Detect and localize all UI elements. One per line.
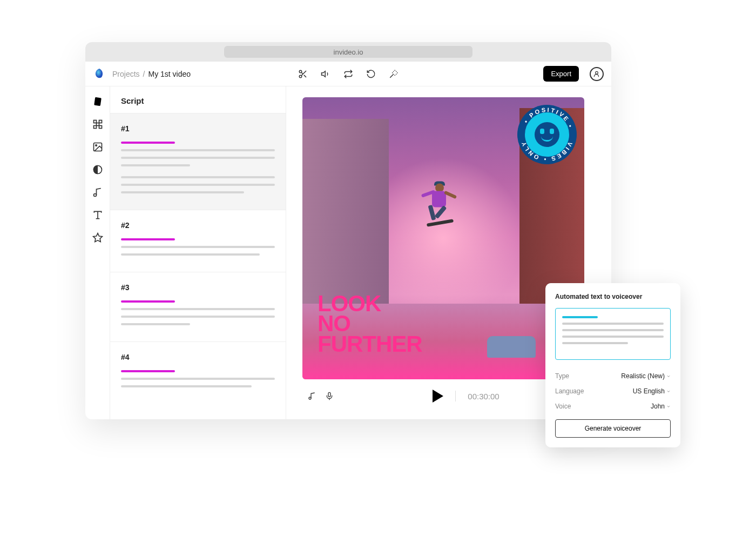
text-line <box>121 323 190 325</box>
voice-label: Voice <box>555 403 571 410</box>
svg-point-0 <box>299 70 302 73</box>
app-logo-icon <box>93 68 106 81</box>
type-label: Type <box>555 372 569 380</box>
app-window: invideo.io Projects / My 1st video Expor… <box>85 42 611 419</box>
type-select[interactable]: Realistic (New) <box>621 372 671 380</box>
side-nav <box>85 86 110 419</box>
generate-voiceover-button[interactable]: Generate voiceover <box>555 419 671 438</box>
svg-marker-19 <box>93 233 102 242</box>
script-block-number: #1 <box>121 124 275 133</box>
text-line <box>121 191 244 193</box>
script-block[interactable]: #4 <box>110 341 286 404</box>
microphone-icon[interactable] <box>325 392 334 400</box>
nav-layout-icon[interactable] <box>92 119 103 130</box>
svg-point-14 <box>95 145 97 146</box>
toolbar <box>298 69 399 79</box>
canvas-headline: LOOK NO FURTHER <box>318 293 422 354</box>
magic-wand-icon[interactable] <box>389 69 399 79</box>
text-line <box>121 378 275 380</box>
audio-track-icon[interactable] <box>308 392 316 400</box>
text-line <box>121 157 275 159</box>
breadcrumb-sep: / <box>143 70 145 78</box>
svg-rect-7 <box>94 97 102 106</box>
text-line <box>121 184 275 186</box>
svg-point-1 <box>299 75 302 78</box>
voiceover-type-row: Type Realistic (New) <box>555 368 671 384</box>
chevron-down-icon <box>666 404 671 408</box>
svg-rect-11 <box>93 126 96 129</box>
voice-select[interactable]: John <box>651 403 671 410</box>
script-block-number: #4 <box>121 353 275 361</box>
play-button[interactable] <box>433 390 443 403</box>
voiceover-voice-row: Voice John <box>555 399 671 414</box>
svg-point-16 <box>93 194 96 197</box>
breadcrumb: Projects / My 1st video <box>112 70 191 78</box>
user-icon <box>593 70 600 78</box>
divider <box>455 391 456 401</box>
badge-sticker: • POSITIVE •VIBES • ONLY <box>517 105 577 164</box>
swap-icon[interactable] <box>343 69 353 79</box>
chevron-down-icon <box>666 374 671 378</box>
text-line <box>121 176 275 178</box>
video-canvas[interactable]: • POSITIVE •VIBES • ONLY LOOK NO FURTHER <box>302 97 584 379</box>
script-block-number: #3 <box>121 283 275 292</box>
text-line <box>121 253 260 256</box>
svg-line-3 <box>304 75 306 77</box>
main-content: Script #1 #2 #3 <box>85 86 611 419</box>
svg-marker-5 <box>322 71 326 77</box>
nav-script-icon[interactable] <box>92 96 103 107</box>
svg-point-6 <box>596 71 598 74</box>
script-block-number: #2 <box>121 221 275 230</box>
nav-theme-icon[interactable] <box>92 164 103 175</box>
text-line <box>121 238 175 240</box>
language-label: Language <box>555 387 584 395</box>
script-panel-title: Script <box>110 86 286 113</box>
script-block[interactable]: #2 <box>110 210 286 272</box>
timecode: 00:30:00 <box>468 392 499 401</box>
chevron-down-icon <box>666 389 671 393</box>
text-line <box>121 385 252 387</box>
cut-icon[interactable] <box>298 69 308 79</box>
svg-rect-23 <box>328 392 330 397</box>
script-block[interactable]: #1 <box>110 113 286 210</box>
text-line <box>121 164 190 166</box>
text-line <box>121 149 275 151</box>
svg-line-4 <box>301 72 303 74</box>
browser-chrome: invideo.io <box>85 42 611 62</box>
breadcrumb-current[interactable]: My 1st video <box>148 70 191 78</box>
user-avatar[interactable] <box>590 67 604 81</box>
svg-rect-12 <box>99 126 102 129</box>
skater-graphic <box>424 182 462 227</box>
nav-text-icon[interactable] <box>92 210 103 220</box>
text-line <box>121 370 175 372</box>
breadcrumb-root[interactable]: Projects <box>112 70 140 78</box>
text-line <box>121 246 275 248</box>
voiceover-title: Automated text to voiceover <box>555 293 671 300</box>
volume-icon[interactable] <box>321 69 330 79</box>
svg-point-22 <box>309 397 311 399</box>
nav-image-icon[interactable] <box>92 142 103 152</box>
voiceover-language-row: Language US English <box>555 384 671 399</box>
voiceover-text-input[interactable] <box>555 308 671 360</box>
language-select[interactable]: US English <box>633 387 671 395</box>
text-line <box>121 316 275 318</box>
nav-music-icon[interactable] <box>92 187 103 198</box>
nav-star-icon[interactable] <box>92 232 103 243</box>
app-header: Projects / My 1st video Export <box>85 62 611 86</box>
text-line <box>121 300 175 303</box>
script-block[interactable]: #3 <box>110 272 286 341</box>
text-line <box>121 142 175 144</box>
voiceover-panel: Automated text to voiceover Type Realist… <box>545 283 680 447</box>
url-bar[interactable]: invideo.io <box>224 46 473 58</box>
script-panel: Script #1 #2 #3 <box>110 86 286 419</box>
export-button[interactable]: Export <box>543 66 579 82</box>
text-line <box>121 308 275 310</box>
refresh-icon[interactable] <box>366 69 376 79</box>
